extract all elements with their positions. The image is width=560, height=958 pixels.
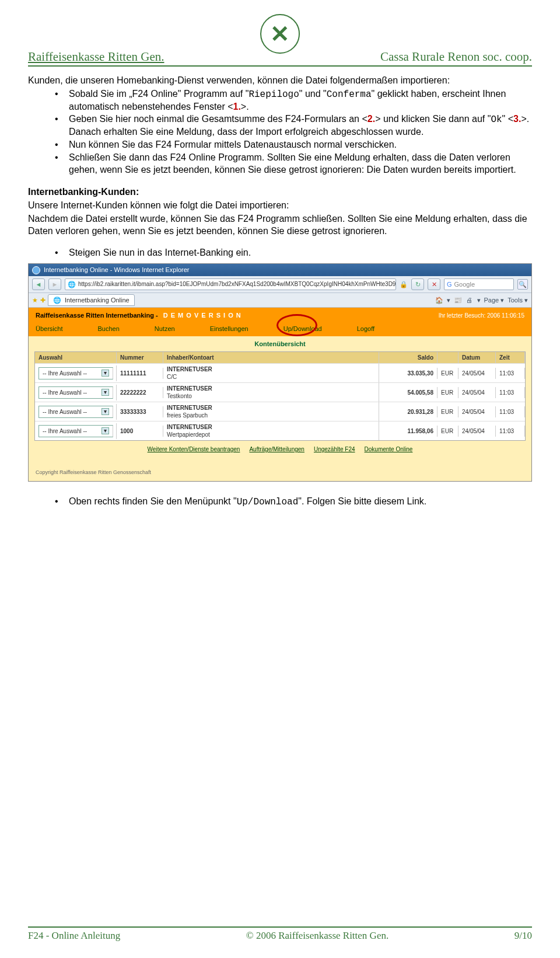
tools-menu[interactable]: Tools ▾: [508, 296, 528, 304]
list-item: Oben rechts finden Sie den Menüpunkt "Up…: [55, 496, 532, 508]
paragraph: Nachdem die Datei erstellt wurde, können…: [28, 213, 532, 238]
nav-nutzen[interactable]: Nutzen: [155, 325, 175, 333]
chevron-down-icon: ▾: [102, 427, 109, 434]
nav-uebersicht[interactable]: Übersicht: [36, 325, 62, 333]
search-button[interactable]: 🔍: [517, 279, 528, 290]
highlight-circle-icon: [276, 314, 317, 336]
copyright-text: Copyright Raiffeisenkasse Ritten Genosse…: [29, 458, 531, 481]
list-item: Sobald Sie im „F24 Online" Programm auf …: [55, 88, 532, 113]
address-bar[interactable]: 🌐 https://ib2.raikaritten.it/ibmain.asp?…: [65, 278, 396, 290]
link-orders[interactable]: Aufträge/Mitteilungen: [249, 445, 304, 453]
header-left: Raiffeisenkasse Ritten Gen.: [28, 50, 164, 64]
table-row: -- Ihre Auswahl --▾ 22222222 INTERNETUSE…: [35, 382, 525, 402]
chevron-down-icon: ▾: [102, 389, 109, 396]
browser-screenshot: Internetbanking Online - Windows Interne…: [28, 263, 532, 481]
link-more-accounts[interactable]: Weitere Konten/Dienste beantragen: [148, 445, 240, 453]
nav-buchen[interactable]: Buchen: [97, 325, 119, 333]
footer-left: F24 - Online Anleitung: [28, 930, 120, 942]
table-row: -- Ihre Auswahl --▾ 1000 INTERNETUSERWer…: [35, 421, 525, 440]
nav-einstellungen[interactable]: Einstellungen: [210, 325, 249, 333]
print-icon[interactable]: 🖨: [466, 296, 474, 304]
add-favorite-icon[interactable]: ✚: [40, 296, 46, 304]
google-icon: G: [447, 280, 452, 288]
refresh-button[interactable]: ↻: [411, 278, 424, 290]
table-header-row: Auswahl Nummer Inhaber/Kontoart Saldo Da…: [35, 352, 525, 363]
browser-tabbar: ★ ✚ 🌐 Internetbanking Online 🏠▾ 📰 🖨▾ Pag…: [29, 293, 531, 308]
last-visit-text: Ihr letzter Besuch: 2006 11:06:15: [439, 312, 524, 319]
document-body: Kunden, die unseren Homebanking-Dienst v…: [28, 75, 532, 508]
bank-nav: Übersicht Buchen Nutzen Einstellungen Up…: [29, 323, 531, 336]
instruction-list-3: Oben rechts finden Sie den Menüpunkt "Up…: [28, 496, 532, 508]
instruction-list-2: Steigen Sie nun in das Internet-Banking …: [28, 247, 532, 259]
logo-mark-icon: ✕: [270, 20, 290, 47]
search-box[interactable]: G Google: [444, 278, 514, 290]
stop-button[interactable]: ✕: [428, 278, 440, 290]
link-f24[interactable]: Ungezählte F24: [314, 445, 355, 453]
page-title: Kontenübersicht: [29, 336, 531, 351]
bank-page: Raiffeisenkasse Ritten Internetbanking -…: [29, 308, 531, 481]
logo: ✕: [260, 14, 300, 54]
home-icon[interactable]: 🏠: [435, 296, 443, 304]
list-item: Geben Sie hier noch einmal die Gesamtsum…: [55, 113, 532, 138]
feed-icon[interactable]: 📰: [454, 296, 462, 304]
window-title: Internetbanking Online - Windows Interne…: [44, 266, 189, 274]
page-footer: F24 - Online Anleitung © 2006 Raiffeisen…: [28, 926, 532, 942]
chevron-down-icon: ▾: [102, 370, 109, 377]
row-select-dropdown[interactable]: -- Ihre Auswahl --▾: [38, 406, 113, 418]
page-favicon-icon: 🌐: [68, 280, 76, 288]
list-item: Steigen Sie nun in das Internet-Banking …: [55, 247, 532, 259]
list-item: Nun können Sie das F24 Formular mittels …: [55, 139, 532, 151]
forward-button[interactable]: ►: [48, 278, 61, 290]
window-titlebar: Internetbanking Online - Windows Interne…: [29, 264, 531, 276]
accounts-table: Auswahl Nummer Inhaber/Kontoart Saldo Da…: [34, 351, 526, 441]
table-row: -- Ihre Auswahl --▾ 33333333 INTERNETUSE…: [35, 402, 525, 421]
table-row: -- Ihre Auswahl --▾ 11111111 INTERNETUSE…: [35, 363, 525, 382]
instruction-list-1: Sobald Sie im „F24 Online" Programm auf …: [28, 88, 532, 176]
quick-links: Weitere Konten/Dienste beantragen Aufträ…: [29, 441, 531, 458]
nav-logoff[interactable]: Logoff: [357, 325, 374, 333]
row-select-dropdown[interactable]: -- Ihre Auswahl --▾: [38, 425, 113, 437]
footer-mid: © 2006 Raiffeisenkasse Ritten Gen.: [246, 930, 388, 942]
list-item: Schließen Sie dann das F24 Online Progra…: [55, 152, 532, 176]
browser-tab[interactable]: 🌐 Internetbanking Online: [48, 294, 135, 306]
header-right: Cassa Rurale Renon soc. coop.: [380, 50, 532, 64]
tab-favicon-icon: 🌐: [53, 296, 61, 304]
link-docs[interactable]: Dokumente Online: [365, 445, 413, 453]
row-select-dropdown[interactable]: -- Ihre Auswahl --▾: [38, 386, 113, 399]
back-button[interactable]: ◄: [32, 278, 45, 290]
page-header: ✕ Raiffeisenkasse Ritten Gen. Cassa Rura…: [28, 14, 532, 67]
row-select-dropdown[interactable]: -- Ihre Auswahl --▾: [38, 367, 113, 379]
favorites-icon[interactable]: ★: [32, 296, 38, 304]
intro-text: Kunden, die unseren Homebanking-Dienst v…: [28, 75, 532, 87]
section-heading: Internetbanking-Kunden:: [28, 186, 532, 198]
browser-toolbar: 🏠▾ 📰 🖨▾ Page ▾ Tools ▾: [435, 296, 528, 304]
ie-logo-icon: [32, 266, 40, 274]
page-menu[interactable]: Page ▾: [484, 296, 505, 304]
chevron-down-icon: ▾: [102, 408, 109, 415]
footer-right: 9/10: [514, 930, 532, 942]
browser-navbar: ◄ ► 🌐 https://ib2.raikaritten.it/ibmain.…: [29, 276, 531, 293]
paragraph: Unsere Internet-Kunden können wie folgt …: [28, 200, 532, 212]
lock-icon: 🔒: [400, 280, 408, 288]
